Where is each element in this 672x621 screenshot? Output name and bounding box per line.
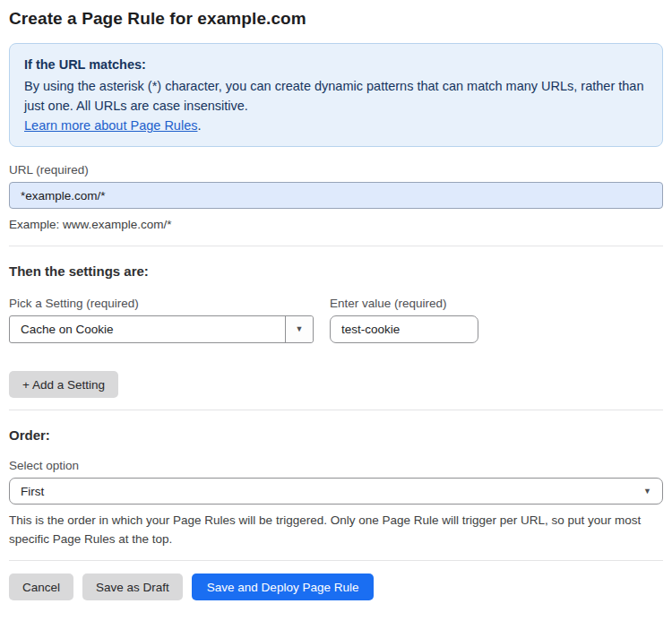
divider-url [9, 246, 663, 246]
caret-down-icon: ▼ [643, 487, 651, 496]
order-helper-text: This is the order in which your Page Rul… [9, 511, 663, 548]
url-input[interactable] [9, 182, 663, 209]
page-rule-form: Create a Page Rule for example.com If th… [0, 9, 672, 600]
enter-value-label: Enter value (required) [330, 297, 478, 310]
info-box-body: By using the asterisk (*) character, you… [24, 76, 648, 116]
setting-select[interactable]: Cache on Cookie ▼ [9, 315, 314, 343]
link-suffix: . [197, 118, 201, 133]
page-title: Create a Page Rule for example.com [9, 9, 663, 29]
save-draft-button[interactable]: Save as Draft [82, 574, 183, 600]
select-option-label: Select option [9, 459, 663, 472]
caret-down-icon: ▼ [296, 325, 304, 333]
info-box-heading: If the URL matches: [24, 55, 648, 74]
order-select-value: First [21, 485, 44, 498]
setting-select-value: Cache on Cookie [10, 316, 285, 342]
save-deploy-button[interactable]: Save and Deploy Page Rule [192, 574, 375, 600]
learn-more-link[interactable]: Learn more about Page Rules [24, 118, 197, 133]
pick-setting-label: Pick a Setting (required) [9, 297, 314, 310]
setting-value-column: Enter value (required) [330, 280, 478, 343]
url-match-info-box: If the URL matches: By using the asteris… [9, 43, 663, 147]
order-select[interactable]: First ▼ [9, 478, 663, 505]
divider-footer [9, 560, 663, 561]
url-label: URL (required) [9, 163, 663, 177]
setting-value-input[interactable] [330, 315, 478, 343]
cancel-button[interactable]: Cancel [9, 574, 73, 600]
url-helper-text: Example: www.example.com/* [9, 215, 663, 234]
order-heading: Order: [9, 427, 663, 443]
settings-heading: Then the settings are: [9, 263, 663, 279]
footer-actions: Cancel Save as Draft Save and Deploy Pag… [9, 574, 663, 600]
setting-picker-column: Pick a Setting (required) Cache on Cooki… [9, 280, 314, 343]
info-box-link-line: Learn more about Page Rules. [24, 116, 648, 135]
settings-row: Pick a Setting (required) Cache on Cooki… [9, 280, 663, 343]
divider-settings [9, 410, 663, 410]
add-setting-button[interactable]: + Add a Setting [9, 371, 118, 398]
setting-select-arrow-button[interactable]: ▼ [285, 316, 313, 342]
